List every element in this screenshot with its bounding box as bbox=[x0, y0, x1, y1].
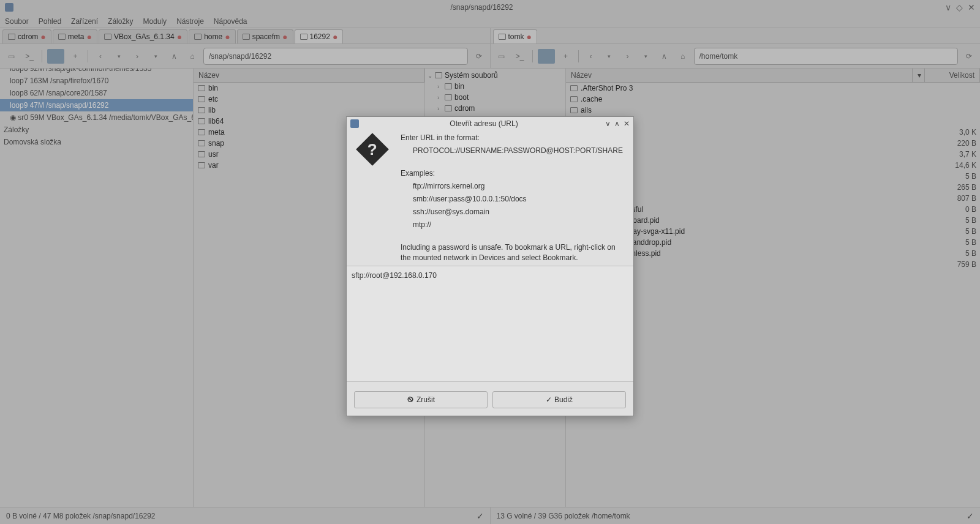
cancel-icon: 🛇 bbox=[407, 395, 414, 404]
cancel-label: Zrušit bbox=[417, 395, 435, 404]
dialog-line: PROTOCOL://USERNAME:PASSWORD@HOST:PORT/S… bbox=[401, 146, 626, 156]
ok-icon: ✓ bbox=[546, 395, 552, 404]
dialog-line: Enter URL in the format: bbox=[401, 133, 626, 143]
cancel-button[interactable]: 🛇 Zrušit bbox=[354, 391, 488, 408]
dialog-title: Otevřít adresu (URL) bbox=[363, 119, 605, 128]
dialog-input-wrap bbox=[347, 266, 633, 384]
dialog-body: ? Enter URL in the format: PROTOCOL://US… bbox=[347, 130, 633, 266]
dialog-examples-header: Examples: bbox=[401, 168, 626, 179]
modal-overlay: Otevřít adresu (URL) ∨ ∧ ✕ ? Enter URL i… bbox=[0, 0, 980, 524]
dialog-maximize-icon[interactable]: ∧ bbox=[614, 119, 620, 128]
dialog-titlebar: Otevřít adresu (URL) ∨ ∧ ✕ bbox=[347, 117, 633, 130]
question-icon: ? bbox=[356, 133, 389, 166]
dialog-example: smb://user:pass@10.0.0.1:50/docs bbox=[401, 194, 626, 204]
ok-button[interactable]: ✓ Budiž bbox=[492, 391, 626, 408]
dialog-buttons: 🛇 Zrušit ✓ Budiž bbox=[347, 384, 633, 416]
dialog-app-icon bbox=[350, 119, 359, 128]
dialog-example: ftp://mirrors.kernel.org bbox=[401, 181, 626, 192]
dialog-icon-area: ? bbox=[354, 133, 391, 266]
dialog-note: Including a password is unsafe. To bookm… bbox=[401, 242, 626, 263]
url-input[interactable] bbox=[347, 266, 633, 382]
dialog-minimize-icon[interactable]: ∨ bbox=[605, 119, 611, 128]
ok-label: Budiž bbox=[554, 395, 573, 404]
dialog-controls: ∨ ∧ ✕ bbox=[605, 119, 630, 128]
dialog-example: ssh://user@sys.domain bbox=[401, 207, 626, 217]
url-dialog: Otevřít adresu (URL) ∨ ∧ ✕ ? Enter URL i… bbox=[346, 116, 634, 416]
dialog-text: Enter URL in the format: PROTOCOL://USER… bbox=[401, 133, 626, 266]
dialog-close-icon[interactable]: ✕ bbox=[624, 119, 630, 128]
dialog-example: mtp:// bbox=[401, 220, 626, 230]
